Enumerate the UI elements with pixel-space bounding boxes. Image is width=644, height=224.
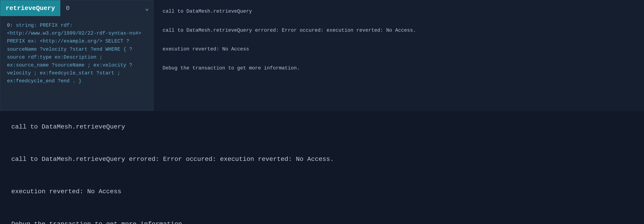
query-text: string: PREFIX rdf: <http://www.w3.org/1… [7, 23, 141, 84]
bottom-panel: call to DataMesh.retrieveQuery call to D… [0, 111, 644, 224]
bottom-line-1: call to DataMesh.retrieveQuery [11, 120, 633, 134]
chevron-down-icon[interactable]: ⌄ [145, 4, 149, 12]
bottom-line-2: call to DataMesh.retrieveQuery errored: … [11, 152, 633, 166]
right-panel: call to DataMesh.retrieveQuery call to D… [154, 0, 644, 111]
left-panel-content: 0: string: PREFIX rdf: <http://www.w3.or… [0, 16, 153, 111]
left-panel-header: retrieveQuery 0 ⌄ [0, 0, 153, 16]
retrieve-query-badge: retrieveQuery [0, 0, 60, 16]
right-panel-line-2: call to DataMesh.retrieveQuery errored: … [162, 26, 635, 35]
line-number: 0: [7, 23, 13, 28]
bottom-line-4: Debug the transaction to get more inform… [11, 217, 633, 224]
left-panel: retrieveQuery 0 ⌄ 0: string: PREFIX rdf:… [0, 0, 154, 111]
bottom-line-spacer-2 [11, 169, 633, 183]
bottom-line-spacer-1 [11, 136, 633, 150]
right-panel-line-3: execution reverted: No Access [162, 45, 635, 54]
count-badge: 0 [60, 5, 75, 12]
bottom-line-spacer-3 [11, 201, 633, 215]
right-panel-line-1: call to DataMesh.retrieveQuery [162, 7, 635, 16]
bottom-line-3: execution reverted: No Access [11, 185, 633, 199]
right-panel-line-4: Debug the transaction to get more inform… [162, 64, 635, 73]
